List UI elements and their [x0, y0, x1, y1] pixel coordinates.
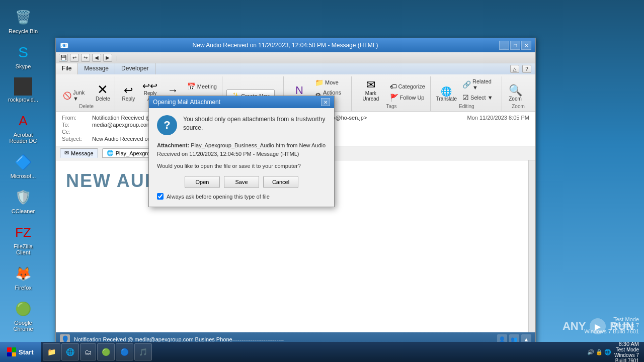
open-mail-attachment-dialog: Opening Mail Attachment ✕ ? You should o…	[148, 96, 335, 207]
modal-buttons: Open Save Cancel	[157, 176, 326, 188]
modal-question: Would you like to open the file or save …	[157, 163, 326, 169]
modal-title: Opening Mail Attachment	[153, 99, 321, 106]
desktop: 🗑️ Recycle Bin S Skype rockprovid... A A…	[0, 0, 644, 362]
modal-warning-text: You should only open attachments from a …	[183, 115, 326, 135]
cancel-button[interactable]: Cancel	[263, 176, 298, 188]
modal-titlebar: Opening Mail Attachment ✕	[149, 96, 334, 108]
open-button[interactable]: Open	[185, 176, 220, 188]
attachment-label: Attachment:	[157, 142, 189, 148]
always-ask-label: Always ask before opening this type of f…	[167, 194, 270, 200]
attachment-filename: Play_Apexgroup_Business_Audio.htm	[191, 142, 285, 148]
always-ask-row: Always ask before opening this type of f…	[157, 193, 326, 200]
modal-close-button[interactable]: ✕	[321, 98, 330, 106]
modal-attachment-info: Attachment: Play_Apexgroup_Business_Audi…	[157, 141, 326, 158]
modal-icon-row: ? You should only open attachments from …	[157, 115, 326, 135]
save-button[interactable]: Save	[224, 176, 259, 188]
modal-body: ? You should only open attachments from …	[149, 108, 334, 207]
question-icon: ?	[157, 115, 177, 135]
always-ask-checkbox[interactable]	[157, 193, 164, 200]
modal-overlay: Opening Mail Attachment ✕ ? You should o…	[0, 0, 644, 362]
